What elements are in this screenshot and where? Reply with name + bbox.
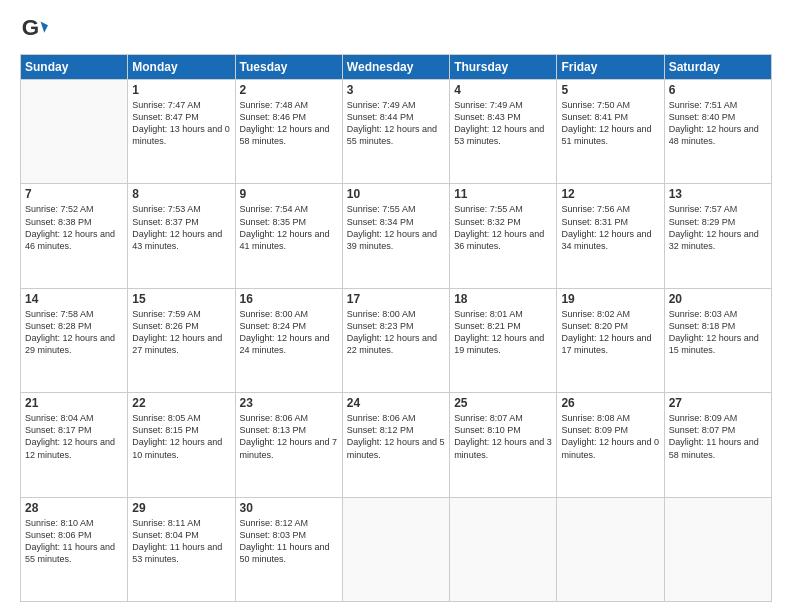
day-number: 17 [347,292,445,306]
day-number: 9 [240,187,338,201]
calendar-cell: 4Sunrise: 7:49 AMSunset: 8:43 PMDaylight… [450,80,557,184]
day-info: Sunrise: 7:50 AMSunset: 8:41 PMDaylight:… [561,99,659,148]
day-number: 18 [454,292,552,306]
calendar-cell: 21Sunrise: 8:04 AMSunset: 8:17 PMDayligh… [21,393,128,497]
day-info: Sunrise: 7:57 AMSunset: 8:29 PMDaylight:… [669,203,767,252]
calendar-cell [557,497,664,601]
day-number: 15 [132,292,230,306]
calendar-page: G SundayMondayTuesdayWednesdayThursdayFr… [0,0,792,612]
calendar-cell: 9Sunrise: 7:54 AMSunset: 8:35 PMDaylight… [235,184,342,288]
weekday-header-row: SundayMondayTuesdayWednesdayThursdayFrid… [21,55,772,80]
calendar-cell: 5Sunrise: 7:50 AMSunset: 8:41 PMDaylight… [557,80,664,184]
calendar-cell [450,497,557,601]
day-number: 21 [25,396,123,410]
calendar-cell: 29Sunrise: 8:11 AMSunset: 8:04 PMDayligh… [128,497,235,601]
day-number: 13 [669,187,767,201]
calendar-cell: 24Sunrise: 8:06 AMSunset: 8:12 PMDayligh… [342,393,449,497]
day-info: Sunrise: 7:55 AMSunset: 8:34 PMDaylight:… [347,203,445,252]
calendar-cell [342,497,449,601]
day-number: 4 [454,83,552,97]
week-row-1: 1Sunrise: 7:47 AMSunset: 8:47 PMDaylight… [21,80,772,184]
day-number: 19 [561,292,659,306]
calendar-cell: 28Sunrise: 8:10 AMSunset: 8:06 PMDayligh… [21,497,128,601]
day-info: Sunrise: 8:11 AMSunset: 8:04 PMDaylight:… [132,517,230,566]
calendar-cell: 14Sunrise: 7:58 AMSunset: 8:28 PMDayligh… [21,288,128,392]
calendar-cell: 25Sunrise: 8:07 AMSunset: 8:10 PMDayligh… [450,393,557,497]
weekday-header-monday: Monday [128,55,235,80]
day-info: Sunrise: 8:12 AMSunset: 8:03 PMDaylight:… [240,517,338,566]
calendar-cell: 17Sunrise: 8:00 AMSunset: 8:23 PMDayligh… [342,288,449,392]
day-info: Sunrise: 8:07 AMSunset: 8:10 PMDaylight:… [454,412,552,461]
day-number: 27 [669,396,767,410]
day-number: 28 [25,501,123,515]
day-number: 25 [454,396,552,410]
day-info: Sunrise: 8:10 AMSunset: 8:06 PMDaylight:… [25,517,123,566]
day-info: Sunrise: 8:05 AMSunset: 8:15 PMDaylight:… [132,412,230,461]
day-info: Sunrise: 7:59 AMSunset: 8:26 PMDaylight:… [132,308,230,357]
day-info: Sunrise: 7:52 AMSunset: 8:38 PMDaylight:… [25,203,123,252]
calendar-cell: 7Sunrise: 7:52 AMSunset: 8:38 PMDaylight… [21,184,128,288]
week-row-5: 28Sunrise: 8:10 AMSunset: 8:06 PMDayligh… [21,497,772,601]
day-info: Sunrise: 7:55 AMSunset: 8:32 PMDaylight:… [454,203,552,252]
day-info: Sunrise: 7:51 AMSunset: 8:40 PMDaylight:… [669,99,767,148]
calendar-cell: 23Sunrise: 8:06 AMSunset: 8:13 PMDayligh… [235,393,342,497]
day-info: Sunrise: 8:00 AMSunset: 8:24 PMDaylight:… [240,308,338,357]
calendar-cell: 2Sunrise: 7:48 AMSunset: 8:46 PMDaylight… [235,80,342,184]
logo: G [20,16,52,44]
calendar-cell: 20Sunrise: 8:03 AMSunset: 8:18 PMDayligh… [664,288,771,392]
calendar-cell: 3Sunrise: 7:49 AMSunset: 8:44 PMDaylight… [342,80,449,184]
day-number: 12 [561,187,659,201]
day-number: 3 [347,83,445,97]
calendar-cell: 1Sunrise: 7:47 AMSunset: 8:47 PMDaylight… [128,80,235,184]
calendar-cell: 27Sunrise: 8:09 AMSunset: 8:07 PMDayligh… [664,393,771,497]
logo-icon: G [20,16,48,44]
calendar-cell: 22Sunrise: 8:05 AMSunset: 8:15 PMDayligh… [128,393,235,497]
calendar-cell [664,497,771,601]
day-number: 1 [132,83,230,97]
day-info: Sunrise: 8:02 AMSunset: 8:20 PMDaylight:… [561,308,659,357]
weekday-header-tuesday: Tuesday [235,55,342,80]
calendar-cell: 18Sunrise: 8:01 AMSunset: 8:21 PMDayligh… [450,288,557,392]
day-info: Sunrise: 7:49 AMSunset: 8:44 PMDaylight:… [347,99,445,148]
day-info: Sunrise: 7:58 AMSunset: 8:28 PMDaylight:… [25,308,123,357]
day-number: 30 [240,501,338,515]
day-info: Sunrise: 8:04 AMSunset: 8:17 PMDaylight:… [25,412,123,461]
day-number: 23 [240,396,338,410]
day-info: Sunrise: 7:49 AMSunset: 8:43 PMDaylight:… [454,99,552,148]
calendar-cell: 12Sunrise: 7:56 AMSunset: 8:31 PMDayligh… [557,184,664,288]
calendar-cell: 16Sunrise: 8:00 AMSunset: 8:24 PMDayligh… [235,288,342,392]
day-info: Sunrise: 7:48 AMSunset: 8:46 PMDaylight:… [240,99,338,148]
week-row-4: 21Sunrise: 8:04 AMSunset: 8:17 PMDayligh… [21,393,772,497]
day-number: 14 [25,292,123,306]
day-number: 5 [561,83,659,97]
svg-text:G: G [22,16,39,40]
day-info: Sunrise: 8:01 AMSunset: 8:21 PMDaylight:… [454,308,552,357]
day-number: 8 [132,187,230,201]
day-number: 16 [240,292,338,306]
calendar-cell: 8Sunrise: 7:53 AMSunset: 8:37 PMDaylight… [128,184,235,288]
calendar-cell: 30Sunrise: 8:12 AMSunset: 8:03 PMDayligh… [235,497,342,601]
weekday-header-saturday: Saturday [664,55,771,80]
day-number: 6 [669,83,767,97]
svg-marker-1 [41,22,48,33]
day-info: Sunrise: 8:06 AMSunset: 8:12 PMDaylight:… [347,412,445,461]
day-number: 26 [561,396,659,410]
day-info: Sunrise: 8:00 AMSunset: 8:23 PMDaylight:… [347,308,445,357]
day-info: Sunrise: 7:53 AMSunset: 8:37 PMDaylight:… [132,203,230,252]
week-row-2: 7Sunrise: 7:52 AMSunset: 8:38 PMDaylight… [21,184,772,288]
day-info: Sunrise: 8:09 AMSunset: 8:07 PMDaylight:… [669,412,767,461]
weekday-header-wednesday: Wednesday [342,55,449,80]
day-number: 24 [347,396,445,410]
calendar-table: SundayMondayTuesdayWednesdayThursdayFrid… [20,54,772,602]
weekday-header-sunday: Sunday [21,55,128,80]
calendar-cell: 6Sunrise: 7:51 AMSunset: 8:40 PMDaylight… [664,80,771,184]
day-info: Sunrise: 8:08 AMSunset: 8:09 PMDaylight:… [561,412,659,461]
day-number: 22 [132,396,230,410]
header: G [20,16,772,44]
calendar-cell: 15Sunrise: 7:59 AMSunset: 8:26 PMDayligh… [128,288,235,392]
day-number: 10 [347,187,445,201]
day-number: 29 [132,501,230,515]
calendar-cell [21,80,128,184]
calendar-cell: 26Sunrise: 8:08 AMSunset: 8:09 PMDayligh… [557,393,664,497]
day-info: Sunrise: 7:56 AMSunset: 8:31 PMDaylight:… [561,203,659,252]
